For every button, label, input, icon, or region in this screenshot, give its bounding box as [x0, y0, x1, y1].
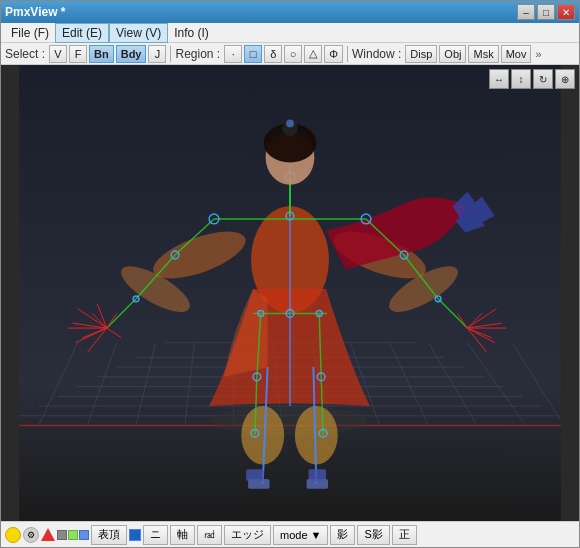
select-v-button[interactable]: V	[49, 45, 67, 63]
select-j-button[interactable]: J	[148, 45, 166, 63]
menu-file[interactable]: File (F)	[5, 24, 55, 42]
region-circle-button[interactable]: ○	[284, 45, 302, 63]
svg-point-22	[212, 406, 368, 435]
axis-label: 軸	[177, 527, 188, 542]
window-title: PmxView *	[5, 5, 65, 19]
model-canvas	[1, 65, 579, 521]
skage-button[interactable]: S影	[357, 525, 389, 545]
region-square-button[interactable]: □	[244, 45, 262, 63]
region-label: Region :	[175, 47, 220, 61]
main-window: PmxView * – □ ✕ File (F) Edit (E) View (…	[0, 0, 580, 548]
sep1	[170, 46, 171, 62]
window-mov-button[interactable]: Mov	[501, 45, 532, 63]
maximize-button[interactable]: □	[537, 4, 555, 20]
window-obj-button[interactable]: Obj	[439, 45, 466, 63]
vertex-button[interactable]: 表頂	[91, 525, 127, 545]
sep2	[347, 46, 348, 62]
edge-button[interactable]: エッジ	[224, 525, 271, 545]
svg-point-85	[286, 120, 294, 128]
select-label: Select :	[5, 47, 45, 61]
sei-label: 正	[399, 527, 410, 542]
toolbar: Select : V F Bn Bdy J Region : · □ δ ○ △…	[1, 43, 579, 65]
title-bar-controls: – □ ✕	[517, 4, 575, 20]
skage-label: S影	[364, 527, 382, 542]
mo-label: ㎭	[204, 527, 215, 542]
more-button[interactable]: »	[533, 48, 543, 60]
select-bdy-button[interactable]: Bdy	[116, 45, 147, 63]
mode-button[interactable]: mode ▼	[273, 525, 328, 545]
indicator-dots	[57, 530, 89, 540]
select-bn-button[interactable]: Bn	[89, 45, 114, 63]
edge-label: エッジ	[231, 527, 264, 542]
pan-vertical-button[interactable]: ↕	[511, 69, 531, 89]
mode-label: mode ▼	[280, 529, 321, 541]
region-phi-button[interactable]: Φ	[324, 45, 343, 63]
vertex-label: 表頂	[98, 527, 120, 542]
region-dot-button[interactable]: ·	[224, 45, 242, 63]
window-disp-button[interactable]: Disp	[405, 45, 437, 63]
axis-button[interactable]: 軸	[170, 525, 195, 545]
window-label: Window :	[352, 47, 401, 61]
region-triangle-button[interactable]: △	[304, 45, 322, 63]
mo-button[interactable]: ㎭	[197, 525, 222, 545]
select-f-button[interactable]: F	[69, 45, 87, 63]
viewport[interactable]: ↔ ↕ ↻ ⊕	[1, 65, 579, 521]
close-button[interactable]: ✕	[557, 4, 575, 20]
title-bar: PmxView * – □ ✕	[1, 1, 579, 23]
rotate-button[interactable]: ↻	[533, 69, 553, 89]
zoom-button[interactable]: ⊕	[555, 69, 575, 89]
ni-label: ニ	[150, 527, 161, 542]
menu-edit[interactable]: Edit (E)	[55, 23, 109, 43]
ni-button[interactable]: ニ	[143, 525, 168, 545]
kage-label: 影	[337, 527, 348, 542]
menu-info[interactable]: Info (I)	[168, 24, 215, 42]
indicator-dot3	[79, 530, 89, 540]
pan-horizontal-button[interactable]: ↔	[489, 69, 509, 89]
gear-icon: ⚙	[23, 527, 39, 543]
region-delta-button[interactable]: δ	[264, 45, 282, 63]
window-msk-button[interactable]: Msk	[468, 45, 498, 63]
indicator-dot2	[68, 530, 78, 540]
sun-icon	[5, 527, 21, 543]
svg-point-24	[241, 406, 284, 464]
sei-button[interactable]: 正	[392, 525, 417, 545]
minimize-button[interactable]: –	[517, 4, 535, 20]
svg-rect-88	[246, 469, 264, 481]
triangle-red-icon	[41, 528, 55, 541]
svg-rect-89	[309, 469, 327, 481]
kage-button[interactable]: 影	[330, 525, 355, 545]
menu-bar: File (F) Edit (E) View (V) Info (I)	[1, 23, 579, 43]
color-indicator-blue	[129, 529, 141, 541]
statusbar: ⚙ 表頂 ニ 軸 ㎭ エッジ mode ▼ 影 S影	[1, 521, 579, 547]
indicator-dot1	[57, 530, 67, 540]
viewport-controls: ↔ ↕ ↻ ⊕	[489, 69, 575, 89]
menu-view[interactable]: View (V)	[109, 23, 168, 43]
